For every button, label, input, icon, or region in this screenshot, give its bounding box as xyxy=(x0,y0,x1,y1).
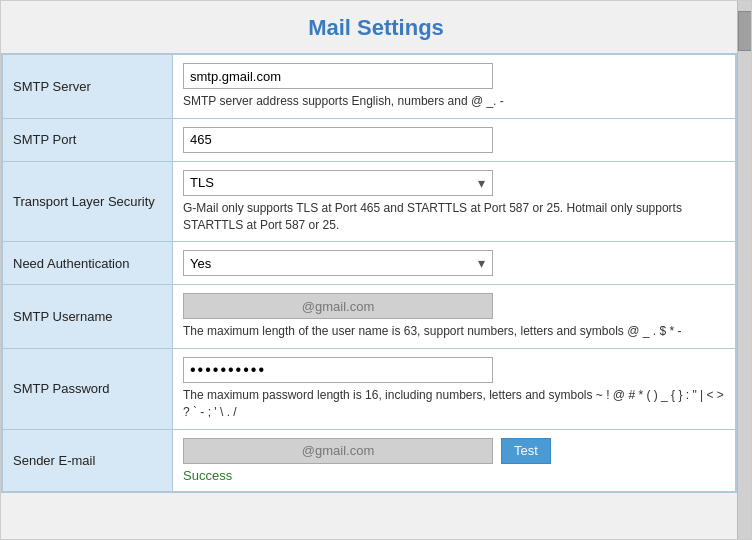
smtp-server-hint: SMTP server address supports English, nu… xyxy=(183,93,725,110)
smtp-username-label: SMTP Username xyxy=(3,285,173,349)
settings-table: SMTP Server SMTP server address supports… xyxy=(2,54,736,492)
transport-layer-value-cell: TLS STARTTLS None G-Mail only supports T… xyxy=(173,161,736,242)
smtp-port-input[interactable] xyxy=(183,127,493,153)
smtp-username-value-cell: The maximum length of the user name is 6… xyxy=(173,285,736,349)
auth-select[interactable]: Yes No xyxy=(183,250,493,276)
smtp-server-input[interactable] xyxy=(183,63,493,89)
scrollbar-thumb[interactable] xyxy=(738,11,752,51)
sender-email-row: Sender E-mail Test Success xyxy=(3,429,736,491)
sender-email-row-inner: Test xyxy=(183,438,725,464)
smtp-password-row: SMTP Password The maximum password lengt… xyxy=(3,349,736,430)
need-auth-value-cell: Yes No xyxy=(173,242,736,285)
sender-email-value-cell: Test Success xyxy=(173,429,736,491)
smtp-server-row: SMTP Server SMTP server address supports… xyxy=(3,55,736,119)
need-auth-row: Need Authentication Yes No xyxy=(3,242,736,285)
sender-email-input[interactable] xyxy=(183,438,493,464)
smtp-username-row: SMTP Username The maximum length of the … xyxy=(3,285,736,349)
smtp-password-label: SMTP Password xyxy=(3,349,173,430)
transport-layer-hint: G-Mail only supports TLS at Port 465 and… xyxy=(183,200,725,234)
smtp-username-input[interactable] xyxy=(183,293,493,319)
smtp-port-row: SMTP Port xyxy=(3,118,736,161)
smtp-password-value-cell: The maximum password length is 16, inclu… xyxy=(173,349,736,430)
auth-select-wrapper: Yes No xyxy=(183,250,493,276)
tls-select-wrapper: TLS STARTTLS None xyxy=(183,170,493,196)
tls-select[interactable]: TLS STARTTLS None xyxy=(183,170,493,196)
page-title: Mail Settings xyxy=(1,1,751,53)
scrollbar[interactable] xyxy=(737,1,751,539)
smtp-server-value-cell: SMTP server address supports English, nu… xyxy=(173,55,736,119)
need-auth-label: Need Authentication xyxy=(3,242,173,285)
settings-table-wrapper: SMTP Server SMTP server address supports… xyxy=(1,53,737,493)
smtp-username-hint: The maximum length of the user name is 6… xyxy=(183,323,725,340)
test-button[interactable]: Test xyxy=(501,438,551,464)
mail-settings-container: Mail Settings SMTP Server SMTP server ad… xyxy=(0,0,752,540)
smtp-port-label: SMTP Port xyxy=(3,118,173,161)
success-message: Success xyxy=(183,468,725,483)
transport-layer-row: Transport Layer Security TLS STARTTLS No… xyxy=(3,161,736,242)
smtp-password-hint: The maximum password length is 16, inclu… xyxy=(183,387,725,421)
smtp-port-value-cell xyxy=(173,118,736,161)
smtp-password-input[interactable] xyxy=(183,357,493,383)
sender-email-label: Sender E-mail xyxy=(3,429,173,491)
transport-layer-label: Transport Layer Security xyxy=(3,161,173,242)
smtp-server-label: SMTP Server xyxy=(3,55,173,119)
